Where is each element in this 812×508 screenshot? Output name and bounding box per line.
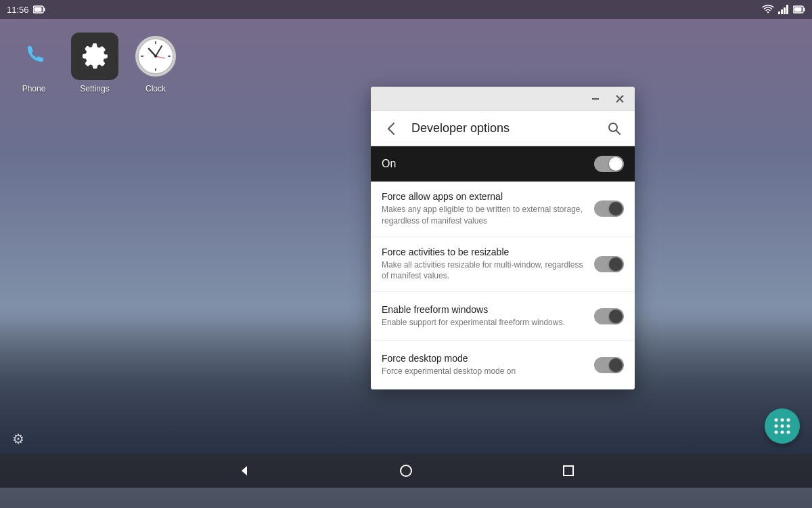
svg-point-30 [787, 425, 790, 428]
svg-rect-9 [794, 7, 802, 12]
close-icon [615, 94, 625, 104]
clock-icon-bg [132, 33, 179, 80]
clock-face [135, 36, 176, 77]
setting-desc-desktop-mode: Force experimental desktop mode on [382, 366, 586, 377]
svg-rect-1 [43, 8, 45, 12]
nav-recent-icon [563, 465, 574, 476]
svg-point-19 [154, 55, 157, 58]
window-close-btn[interactable] [610, 89, 629, 108]
app-drawer-icon [773, 417, 792, 436]
settings-app-label: Settings [80, 84, 109, 93]
toggle-force-resizable[interactable] [594, 256, 624, 272]
settings-app-icon[interactable]: Settings [68, 33, 122, 93]
toggle-thumb-1 [609, 257, 623, 271]
svg-point-26 [781, 419, 784, 422]
toggle-freeform-windows[interactable] [594, 308, 624, 324]
setting-item-freeform-windows[interactable]: Enable freeform windows Enable support f… [371, 292, 635, 341]
toggle-thumb-main [609, 157, 623, 171]
desktop: Phone Settings [0, 19, 812, 488]
battery-right-icon [793, 5, 805, 14]
system-settings-area[interactable]: ⚙ [12, 431, 24, 447]
svg-point-27 [787, 419, 790, 422]
setting-desc-freeform-windows: Enable support for experimental freeform… [382, 317, 586, 329]
svg-rect-2 [34, 7, 41, 12]
svg-rect-8 [804, 8, 805, 12]
svg-point-29 [781, 425, 784, 428]
setting-desc-force-resizable: Make all activities resizable for multi-… [382, 259, 586, 282]
svg-point-32 [781, 431, 784, 434]
clock-app-icon[interactable]: Clock [129, 33, 183, 93]
svg-point-23 [609, 123, 617, 131]
window-title: Developer options [411, 121, 594, 135]
status-bar-right [762, 5, 805, 14]
signal-icon [778, 5, 789, 14]
setting-title-force-resizable: Force activities to be resizable [382, 247, 586, 257]
setting-title-force-external: Force allow apps on external [382, 191, 586, 202]
clock-app-label: Clock [145, 84, 166, 93]
status-bar-left: 11:56 [7, 5, 45, 15]
setting-text-force-resizable: Force activities to be resizable Make al… [382, 247, 586, 282]
wifi-icon [762, 5, 774, 14]
back-arrow-icon [384, 121, 399, 136]
minimize-icon [591, 94, 600, 104]
svg-point-31 [775, 431, 778, 434]
svg-rect-36 [564, 466, 573, 475]
developer-options-window: Developer options On Force allow apps on… [371, 87, 635, 389]
setting-title-freeform-windows: Enable freeform windows [382, 304, 586, 315]
on-toggle-row: On [371, 146, 635, 182]
nav-home-icon [400, 465, 412, 477]
svg-line-24 [616, 131, 620, 134]
settings-gear-icon [81, 42, 109, 70]
system-settings-icon: ⚙ [12, 431, 24, 446]
svg-rect-3 [778, 12, 780, 14]
setting-title-desktop-mode: Force desktop mode [382, 353, 586, 364]
setting-text-force-external: Force allow apps on external Makes any a… [382, 191, 586, 227]
window-header: Developer options [371, 111, 635, 146]
svg-point-35 [401, 465, 411, 476]
phone-icon-bg [10, 33, 58, 80]
settings-list: Force allow apps on external Makes any a… [371, 182, 635, 389]
toggle-force-external[interactable] [594, 200, 624, 217]
app-icons-area: Phone Settings [7, 33, 183, 93]
app-drawer-fab[interactable] [765, 408, 800, 444]
developer-options-master-toggle[interactable] [594, 156, 624, 172]
phone-app-icon[interactable]: Phone [7, 33, 61, 93]
on-label: On [382, 158, 396, 170]
phone-svg-icon [16, 38, 53, 75]
nav-home-button[interactable] [392, 457, 420, 484]
setting-text-desktop-mode: Force desktop mode Force experimental de… [382, 353, 586, 377]
setting-item-desktop-mode[interactable]: Force desktop mode Force experimental de… [371, 341, 635, 389]
clock-hands-icon [137, 38, 174, 75]
nav-recent-button[interactable] [555, 457, 582, 484]
svg-rect-5 [784, 7, 786, 14]
svg-rect-20 [592, 98, 599, 100]
back-button[interactable] [379, 117, 403, 141]
svg-point-33 [787, 431, 790, 434]
nav-back-button[interactable] [230, 457, 257, 484]
setting-item-force-external[interactable]: Force allow apps on external Makes any a… [371, 182, 635, 237]
svg-point-28 [775, 425, 778, 428]
nav-back-icon [238, 465, 250, 477]
status-time: 11:56 [7, 5, 29, 15]
phone-app-label: Phone [22, 84, 46, 93]
battery-icon [33, 5, 45, 14]
window-minimize-btn[interactable] [586, 89, 605, 108]
svg-marker-34 [242, 466, 247, 475]
search-icon [608, 122, 621, 135]
svg-rect-4 [781, 9, 783, 14]
settings-icon-bg [71, 33, 118, 80]
svg-rect-6 [786, 5, 788, 14]
navigation-bar [0, 454, 812, 488]
setting-desc-force-external: Makes any app eligible to be written to … [382, 204, 586, 227]
search-button[interactable] [602, 117, 627, 141]
toggle-thumb-3 [609, 358, 623, 372]
setting-item-force-resizable[interactable]: Force activities to be resizable Make al… [371, 237, 635, 293]
svg-point-25 [775, 419, 778, 422]
window-title-bar [371, 87, 635, 111]
setting-text-freeform-windows: Enable freeform windows Enable support f… [382, 304, 586, 329]
toggle-thumb-0 [609, 202, 623, 215]
status-bar: 11:56 [0, 0, 812, 19]
toggle-desktop-mode[interactable] [594, 357, 624, 373]
toggle-thumb-2 [609, 310, 623, 323]
